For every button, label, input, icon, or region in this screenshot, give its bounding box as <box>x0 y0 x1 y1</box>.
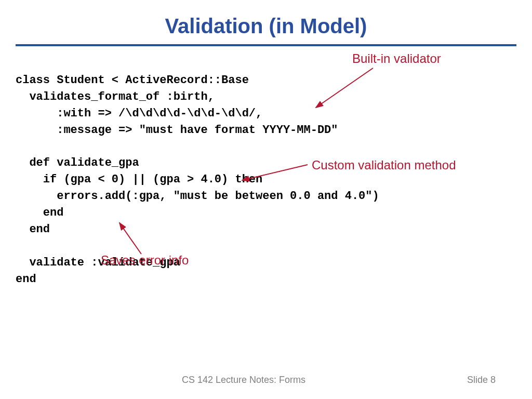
code-line: class Student < ActiveRecord::Base <box>16 74 249 87</box>
slide-title: Validation (in Model) <box>0 0 532 44</box>
code-line: :with => /\d\d\d\d-\d\d-\d\d/, <box>16 107 262 120</box>
code-line: :message => "must have format YYYY-MM-DD… <box>16 124 338 137</box>
annotation-custom-validation: Custom validation method <box>312 158 456 172</box>
code-line: if (gpa < 0) || (gpa > 4.0) then <box>16 173 262 186</box>
code-line: errors.add(:gpa, "must be between 0.0 an… <box>16 190 379 203</box>
code-line: end <box>16 273 36 286</box>
annotation-saves-error: Saves error info <box>101 253 189 268</box>
code-line: end <box>16 206 63 219</box>
code-line: end <box>16 223 50 236</box>
slide-footer: CS 142 Lecture Notes: Forms Slide 8 <box>0 375 532 385</box>
annotation-builtin-validator: Built-in validator <box>352 51 441 66</box>
footer-course: CS 142 Lecture Notes: Forms <box>182 375 305 385</box>
code-line: def validate_gpa <box>16 156 139 169</box>
code-line: validates_format_of :birth, <box>16 90 215 103</box>
footer-slide-number: Slide 8 <box>467 375 496 385</box>
slide-content: Built-in validator Custom validation met… <box>0 46 532 348</box>
code-block: class Student < ActiveRecord::Base valid… <box>16 72 516 288</box>
